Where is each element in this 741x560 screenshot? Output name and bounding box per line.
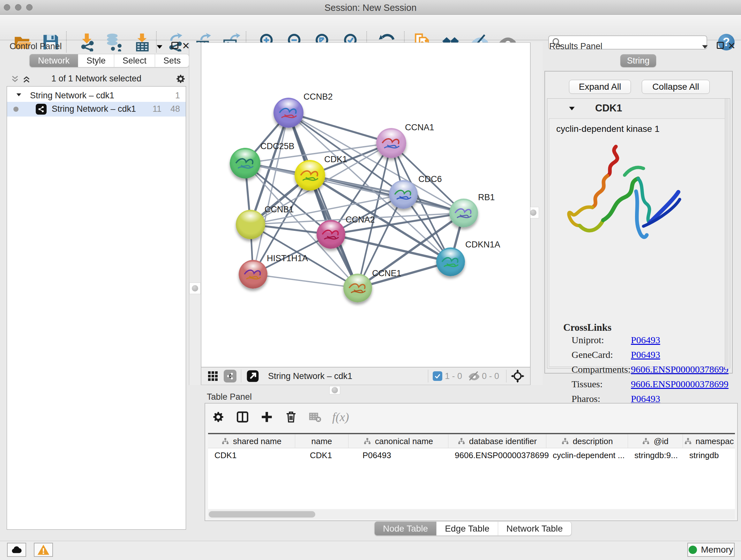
network-node-hist1h1a[interactable] <box>239 260 267 289</box>
cloud-button[interactable] <box>7 543 26 557</box>
left-split-grip[interactable] <box>189 283 201 294</box>
collapse-all-button[interactable]: Collapse All <box>642 80 710 94</box>
hidden-eye-icon[interactable] <box>468 370 479 382</box>
warnings-button[interactable] <box>34 543 53 557</box>
cell-namespace[interactable]: stringdb <box>683 448 735 462</box>
window-titlebar: Session: New Session <box>0 0 741 15</box>
network-canvas[interactable]: CCNB2CCNA1CDC25BCDK1CDC6RB1CCNB1CCNA2CDK… <box>201 43 530 367</box>
network-node-cdc25b[interactable] <box>230 148 260 179</box>
delete-table-icon <box>309 411 321 423</box>
tab-network[interactable]: Network <box>29 54 78 67</box>
results-scrollbar[interactable] <box>725 99 729 369</box>
network-edges <box>201 43 531 368</box>
network-options-gear-icon[interactable] <box>175 73 186 84</box>
add-column-icon[interactable] <box>260 410 273 424</box>
crosslink-row: GeneCard: P06493 <box>571 349 722 364</box>
network-edge[interactable] <box>288 113 391 143</box>
cell-description[interactable]: cyclin-dependent ... <box>546 448 628 462</box>
toolbar-separator <box>66 31 67 52</box>
network-node-count: 11 <box>152 104 161 114</box>
results-panel-float-icon[interactable] <box>701 43 709 51</box>
network-node-cdk1[interactable] <box>294 160 325 191</box>
crosslink-link[interactable]: P06493 <box>631 349 660 360</box>
network-selection-bar: 1 of 1 Network selected <box>7 73 186 85</box>
table-horizontal-scrollbar[interactable] <box>208 509 735 519</box>
table-gear-icon[interactable] <box>212 410 225 424</box>
column-header-description[interactable]: description <box>546 434 628 448</box>
collection-caret-icon[interactable] <box>15 91 22 98</box>
cell-id[interactable]: stringdb:9... <box>628 448 683 462</box>
column-header-database-identifier[interactable]: database identifier <box>448 434 546 448</box>
control-panel-maximize-icon[interactable] <box>172 42 179 49</box>
cell-name[interactable]: CDK1 <box>295 448 348 462</box>
results-panel-maximize-icon[interactable] <box>717 42 724 49</box>
memory-status-dot <box>689 546 697 554</box>
expand-all-button[interactable]: Expand All <box>569 80 631 94</box>
network-node-ccnb1[interactable] <box>236 210 265 239</box>
network-node-rb1[interactable] <box>449 199 478 227</box>
network-node-ccnb2[interactable] <box>273 98 304 128</box>
gene-section-header[interactable]: CDK1 <box>547 99 730 118</box>
crosslink-label: Pharos: <box>571 393 600 404</box>
results-tab-string[interactable]: String <box>620 54 656 67</box>
cell-shared-name[interactable]: CDK1 <box>208 448 295 462</box>
control-panel-float-icon[interactable] <box>155 43 164 51</box>
scrollbar-thumb[interactable] <box>209 511 315 517</box>
selected-checkbox-icon[interactable] <box>433 371 442 381</box>
table-panel-body: f(x) shared name name canonical name dat… <box>205 403 738 521</box>
crosslink-link[interactable]: P06493 <box>631 334 660 346</box>
fit-selected-crosshair-icon[interactable] <box>511 369 524 383</box>
tree-icon <box>363 437 371 445</box>
tab-edge-table[interactable]: Edge Table <box>436 521 498 536</box>
import-network-icon[interactable] <box>77 33 96 51</box>
import-table-icon[interactable] <box>133 33 151 51</box>
column-header-name[interactable]: name <box>295 434 348 448</box>
crosslink-label: Tissues: <box>571 379 603 389</box>
cell-database-identifier[interactable]: 9606.ENSP00000378699 <box>448 448 546 462</box>
column-header-id[interactable]: @id <box>628 434 683 448</box>
tab-node-table[interactable]: Node Table <box>374 521 436 536</box>
table-header-row: shared name name canonical name database… <box>208 434 735 448</box>
footer-separator <box>428 370 428 382</box>
network-edge[interactable] <box>253 274 358 288</box>
tree-icon <box>642 437 650 445</box>
network-status-dot <box>13 107 18 112</box>
status-bar: Memory <box>0 541 741 560</box>
network-node-cdc6[interactable] <box>389 180 418 209</box>
delete-column-icon[interactable] <box>284 410 298 424</box>
show-columns-icon[interactable] <box>236 410 249 424</box>
tab-style[interactable]: Style <box>78 54 114 67</box>
network-collection-row[interactable]: String Network – cdk1 1 <box>7 88 186 102</box>
network-node-ccna2[interactable] <box>317 220 345 249</box>
crosslink-link[interactable]: 9606.ENSP00000378699 <box>631 379 729 389</box>
network-row-selected[interactable]: String Network – cdk1 11 48 <box>7 102 186 117</box>
crosslink-row: Compartments: 9606.ENSP00000378699 <box>571 364 722 379</box>
network-node-cdkn1a[interactable] <box>436 247 465 276</box>
network-node-ccna1[interactable] <box>376 128 406 158</box>
network-edge[interactable] <box>253 113 288 274</box>
table-row[interactable]: CDK1 CDK1 P06493 9606.ENSP00000378699 cy… <box>208 448 735 462</box>
network-edge[interactable] <box>331 234 451 262</box>
node-label-rb1: RB1 <box>478 192 495 202</box>
column-header-canonical-name[interactable]: canonical name <box>348 434 448 448</box>
cell-canonical-name[interactable]: P06493 <box>348 448 448 462</box>
tab-network-table[interactable]: Network Table <box>498 521 571 536</box>
crosslink-link[interactable]: 9606.ENSP00000378699 <box>631 364 729 375</box>
string-style-icon[interactable] <box>224 370 237 382</box>
birdseye-grid-icon[interactable] <box>207 370 219 382</box>
crosslink-link[interactable]: P06493 <box>631 393 660 404</box>
bottom-split-grip[interactable] <box>329 386 340 394</box>
column-header-shared-name[interactable]: shared name <box>208 434 295 448</box>
column-header-namespace[interactable]: namespac <box>683 434 735 448</box>
tab-select[interactable]: Select <box>114 54 155 67</box>
gene-description: cyclin-dependent kinase 1 <box>556 124 660 134</box>
results-panel-close-icon[interactable]: ✕ <box>728 40 736 51</box>
memory-button[interactable]: Memory <box>687 543 735 557</box>
tab-sets[interactable]: Sets <box>155 54 189 67</box>
tree-icon <box>458 437 465 445</box>
gene-caret-icon[interactable] <box>568 105 576 113</box>
import-database-icon[interactable] <box>105 33 123 51</box>
network-node-ccne1[interactable] <box>343 273 372 302</box>
open-in-window-icon[interactable] <box>246 369 260 383</box>
left-split-divider[interactable] <box>189 43 201 385</box>
